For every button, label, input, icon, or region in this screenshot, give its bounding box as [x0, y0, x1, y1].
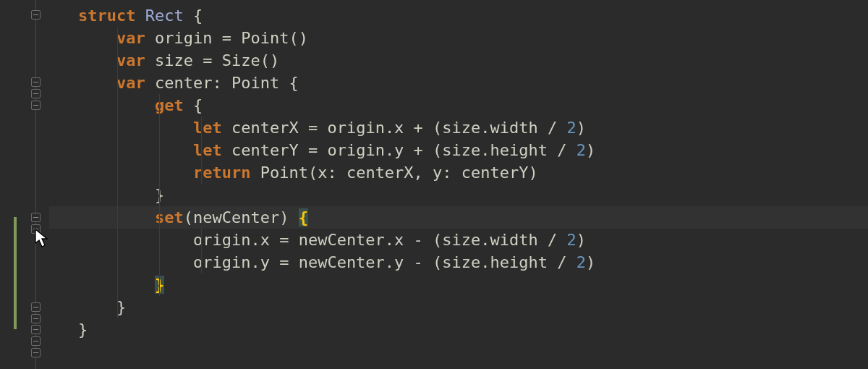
change-marker	[14, 217, 17, 329]
fold-toggle-icon[interactable]	[31, 325, 41, 334]
matched-brace: {	[299, 208, 308, 226]
code-line[interactable]: }	[49, 273, 868, 296]
code-line[interactable]: return Point(x: centerX, y: centerY)	[49, 161, 868, 184]
fold-toggle-icon[interactable]	[31, 101, 41, 110]
fold-toggle-icon[interactable]	[31, 89, 41, 98]
brace-close: }	[78, 321, 88, 339]
code-line[interactable]: struct Rect {	[49, 4, 868, 27]
brace-open: {	[193, 96, 203, 114]
keyword-var: var	[116, 74, 145, 92]
fold-toggle-icon[interactable]	[31, 213, 41, 222]
code-line[interactable]: var center: Point {	[49, 72, 868, 94]
code-text: origin.y = newCenter.y - (size.height /	[193, 253, 576, 271]
code-line[interactable]: var size = Size()	[49, 49, 868, 72]
code-line[interactable]: }	[49, 318, 868, 341]
code-text: (newCenter)	[184, 208, 299, 226]
code-text: origin.x = newCenter.x - (size.width /	[193, 231, 567, 249]
code-line[interactable]: let centerY = origin.y + (size.height / …	[49, 139, 868, 161]
code-text: )	[576, 231, 586, 249]
fold-toggle-icon[interactable]	[31, 336, 41, 346]
code-text: = Size()	[203, 51, 279, 69]
identifier: origin	[155, 29, 212, 47]
code-text: )	[576, 119, 586, 137]
code-text: )	[586, 141, 595, 159]
identifier: size	[155, 51, 193, 69]
fold-toggle-icon[interactable]	[31, 314, 41, 323]
keyword-let: let	[193, 141, 222, 159]
number-literal: 2	[576, 141, 586, 159]
code-text: = Point()	[222, 29, 308, 47]
brace-open: {	[193, 7, 203, 25]
code-line[interactable]: var origin = Point()	[49, 27, 868, 49]
code-line[interactable]: origin.y = newCenter.y - (size.height / …	[49, 251, 868, 273]
code-text: centerX = origin.x + (size.width /	[231, 119, 567, 137]
fold-toggle-icon[interactable]	[31, 348, 41, 357]
code-text: centerY = origin.y + (size.height /	[231, 141, 576, 159]
keyword-struct: struct	[78, 7, 135, 25]
code-line-current[interactable]: set(newCenter) {	[49, 206, 868, 229]
code-line[interactable]: }	[49, 184, 868, 206]
keyword-let: let	[193, 119, 222, 137]
code-text: )	[586, 253, 595, 271]
number-literal: 2	[576, 253, 586, 271]
fold-toggle-icon[interactable]	[31, 10, 41, 20]
code-line[interactable]: let centerX = origin.x + (size.width / 2…	[49, 116, 868, 139]
fold-toggle-icon[interactable]	[31, 302, 41, 312]
code-line[interactable]: get {	[49, 94, 868, 116]
code-text: center: Point {	[155, 74, 299, 92]
fold-toggle-icon[interactable]	[31, 77, 41, 87]
gutter	[0, 0, 49, 369]
fold-toggle-icon[interactable]	[31, 224, 41, 234]
code-line[interactable]: }	[49, 296, 868, 318]
keyword-var: var	[116, 29, 145, 47]
code-text: Point(x: centerX, y: centerY)	[260, 164, 538, 182]
number-literal: 2	[567, 231, 576, 249]
number-literal: 2	[567, 119, 576, 137]
code-area[interactable]: struct Rect { var origin = Point() var s…	[49, 0, 868, 369]
code-editor[interactable]: struct Rect { var origin = Point() var s…	[0, 0, 868, 369]
keyword-var: var	[116, 51, 145, 69]
code-line[interactable]: origin.x = newCenter.x - (size.width / 2…	[49, 229, 868, 251]
type-name: Rect	[145, 7, 184, 25]
